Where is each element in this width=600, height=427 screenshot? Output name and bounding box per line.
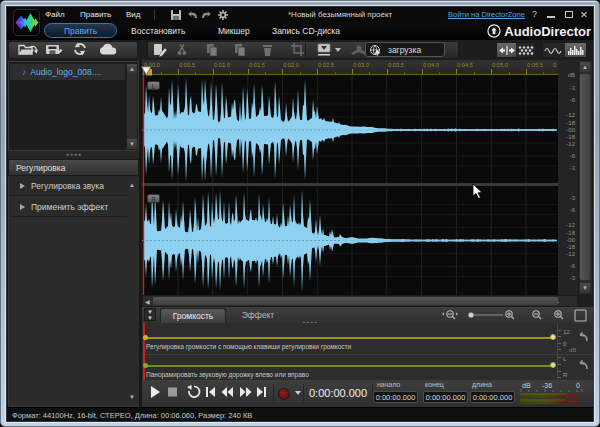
svg-text:-36: -36 <box>542 382 552 389</box>
svg-text:0: 0 <box>576 382 580 389</box>
svg-text:dB: dB <box>522 382 531 389</box>
